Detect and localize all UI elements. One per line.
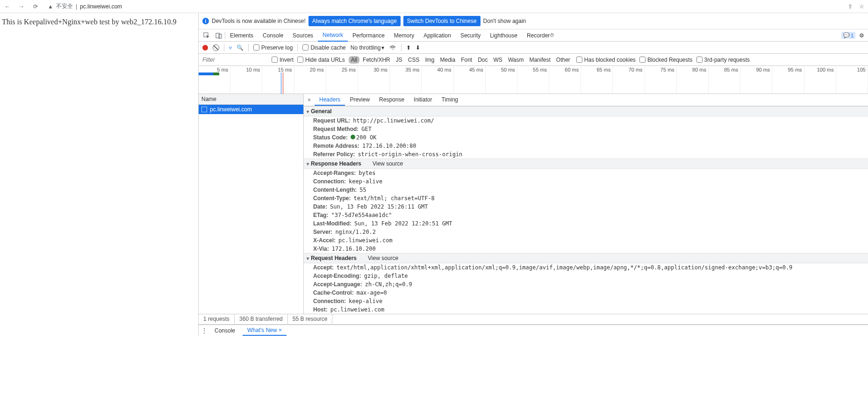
warning-icon: ▲ xyxy=(48,3,53,10)
insecure-label: 不安全 xyxy=(56,2,73,10)
browser-toolbar: ← → ⟳ ▲ 不安全 | pc.linweiwei.com ⇪ ☆ xyxy=(0,0,868,13)
star-icon[interactable]: ☆ xyxy=(859,3,864,10)
share-icon[interactable]: ⇪ xyxy=(848,3,853,10)
back-icon[interactable]: ← xyxy=(4,3,11,10)
url-separator: | xyxy=(76,3,77,10)
address-bar[interactable]: ▲ 不安全 | pc.linweiwei.com xyxy=(48,2,122,10)
url-text: pc.linweiwei.com xyxy=(80,3,122,10)
forward-icon[interactable]: → xyxy=(18,3,25,10)
reload-icon[interactable]: ⟳ xyxy=(32,3,39,10)
